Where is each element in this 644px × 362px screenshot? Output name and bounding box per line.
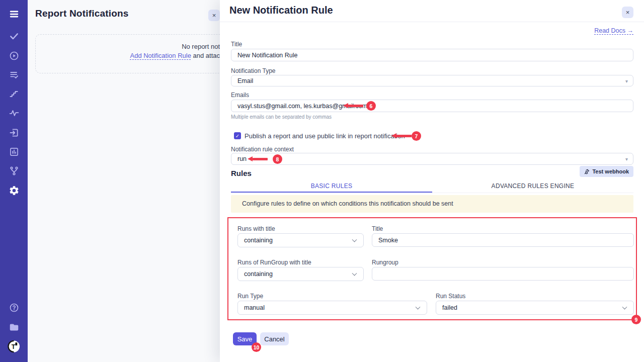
help-icon[interactable] xyxy=(8,301,20,314)
chevron-down-icon xyxy=(352,237,357,242)
emails-helper-text: Multiple emails can be separated by comm… xyxy=(231,114,332,120)
report-notifications-panel: Report Notifications × No report not Add… xyxy=(28,0,220,362)
folder-icon[interactable] xyxy=(8,321,20,333)
caret-down-icon: ▾ xyxy=(625,156,628,162)
run-type-value: manual xyxy=(244,304,265,311)
context-label: Notification rule context xyxy=(231,146,294,153)
annotation-arrow-7 xyxy=(391,133,412,138)
rungroup-with-title-label: Runs of RunGroup with title xyxy=(237,259,311,266)
notification-type-value: Email xyxy=(237,77,253,84)
chevron-down-icon xyxy=(416,305,421,310)
modal-title: New Notification Rule xyxy=(229,5,333,16)
annotation-badge-9: 9 xyxy=(631,315,641,324)
annotation-badge-7: 7 xyxy=(412,131,421,141)
notification-type-select[interactable]: Email ▾ xyxy=(231,75,633,86)
list-check-icon[interactable] xyxy=(8,68,20,81)
empty-state-line2: Add Notification Rule and attac xyxy=(89,51,220,60)
add-notification-rule-link[interactable]: Add Notification Rule xyxy=(130,52,191,59)
run-type-select[interactable]: manual xyxy=(237,301,427,315)
emails-input[interactable]: vasyl.stus@gmail.com, les.kurbas@gmail.c… xyxy=(231,100,633,112)
annotation-badge-10: 10 xyxy=(252,342,261,352)
title-input[interactable]: New Notification Rule xyxy=(231,49,633,61)
runs-with-title-select[interactable]: containing xyxy=(237,233,364,247)
emails-label: Emails xyxy=(231,92,249,99)
checkmark-icon: ✓ xyxy=(235,133,239,139)
close-icon: × xyxy=(626,9,630,16)
page-title: Report Notifications xyxy=(35,8,129,19)
bar-chart-icon[interactable] xyxy=(8,145,20,158)
new-notification-rule-modal: New Notification Rule × Read Docs → Titl… xyxy=(220,0,644,362)
close-icon: × xyxy=(212,12,216,19)
tab-advanced-rules-engine[interactable]: ADVANCED RULES ENGINE xyxy=(432,180,633,193)
rules-tabs: BASIC RULES ADVANCED RULES ENGINE xyxy=(231,180,633,193)
steps-icon[interactable] xyxy=(8,87,20,100)
svg-text:T: T xyxy=(12,343,16,350)
rules-info-banner: Configure rules to define on which condi… xyxy=(231,195,633,213)
rule-title-value: Smoke xyxy=(378,237,398,244)
publish-report-checkbox[interactable]: ✓ xyxy=(234,132,241,139)
rule-title-label: Title xyxy=(372,225,383,232)
caret-down-icon: ▾ xyxy=(625,78,628,83)
rungroup-label: Rungroup xyxy=(372,259,398,266)
check-icon[interactable] xyxy=(8,30,20,42)
header-divider xyxy=(220,22,644,22)
annotation-arrow-6 xyxy=(343,103,363,108)
plug-icon xyxy=(584,169,590,174)
chevron-down-icon xyxy=(622,305,627,310)
read-docs-link[interactable]: Read Docs → xyxy=(594,27,633,34)
run-status-value: failed xyxy=(442,304,457,311)
logo[interactable]: T xyxy=(8,340,20,352)
empty-state-line2-rest: and attac xyxy=(191,52,220,59)
annotation-badge-8: 8 xyxy=(273,154,282,164)
empty-state-line1: No report not xyxy=(89,42,220,51)
close-modal-button[interactable]: × xyxy=(622,7,633,18)
context-value: run xyxy=(237,155,247,162)
title-input-value: New Notification Rule xyxy=(237,52,298,59)
annotation-badge-6: 6 xyxy=(366,101,376,111)
menu-icon[interactable] xyxy=(8,8,20,20)
cancel-button[interactable]: Cancel xyxy=(260,332,289,345)
run-type-label: Run Type xyxy=(237,293,263,300)
play-circle-icon[interactable] xyxy=(8,49,20,62)
run-status-label: Run Status xyxy=(436,293,465,300)
branch-icon[interactable] xyxy=(8,164,20,177)
sidebar: T xyxy=(0,0,28,362)
annotation-box-9: Runs with title containing Title Smoke R… xyxy=(227,217,637,320)
context-select[interactable]: run ▾ xyxy=(231,153,633,165)
runs-with-title-value: containing xyxy=(244,237,273,244)
run-status-select[interactable]: failed xyxy=(436,301,634,315)
test-webhook-label: Test webhook xyxy=(592,168,629,174)
gear-icon[interactable] xyxy=(8,184,20,197)
publish-report-label: Publish a report and use public link in … xyxy=(245,132,405,140)
rungroup-input[interactable] xyxy=(372,267,634,281)
test-webhook-button[interactable]: Test webhook xyxy=(580,166,633,177)
notification-type-label: Notification Type xyxy=(231,67,276,74)
empty-state-text: No report not Add Notification Rule and … xyxy=(89,42,220,60)
chevron-down-icon xyxy=(352,271,357,276)
rungroup-with-title-select[interactable]: containing xyxy=(237,267,364,281)
title-label: Title xyxy=(231,41,242,48)
rules-heading: Rules xyxy=(231,169,252,177)
activity-icon[interactable] xyxy=(8,107,20,119)
tab-basic-rules[interactable]: BASIC RULES xyxy=(231,180,432,193)
app: T Report Notifications × No report not A… xyxy=(0,0,644,362)
rungroup-with-title-value: containing xyxy=(244,270,273,278)
runs-with-title-label: Runs with title xyxy=(237,225,275,232)
rule-title-input[interactable]: Smoke xyxy=(372,233,634,247)
annotation-arrow-8 xyxy=(248,156,268,161)
import-icon[interactable] xyxy=(8,126,20,139)
close-panel-button[interactable]: × xyxy=(208,10,220,21)
